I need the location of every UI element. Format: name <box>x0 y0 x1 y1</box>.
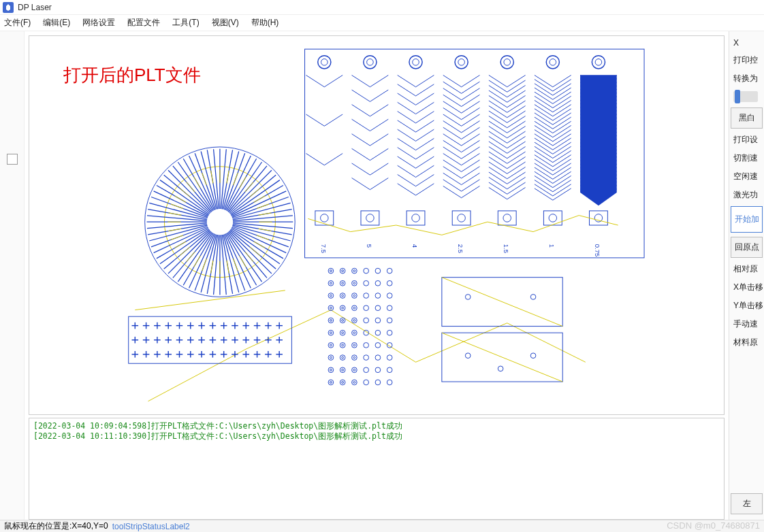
svg-line-79 <box>202 173 207 185</box>
svg-text:1.5: 1.5 <box>503 244 510 253</box>
log-panel[interactable]: [2022-03-04 10:09:04:598]打开PLT格式文件:C:\Us… <box>29 418 725 520</box>
svg-point-261 <box>340 305 345 311</box>
svg-point-266 <box>375 305 381 311</box>
svg-point-320 <box>375 380 381 385</box>
svg-line-28 <box>227 261 229 273</box>
convert-slider[interactable] <box>733 91 758 102</box>
svg-rect-138 <box>543 211 562 225</box>
svg-point-330 <box>498 366 503 371</box>
idle-speed-label: 空闲速 <box>731 169 763 184</box>
svg-point-121 <box>409 56 422 69</box>
svg-point-305 <box>330 369 332 371</box>
svg-line-46 <box>180 247 190 255</box>
tool-rect-icon[interactable] <box>7 154 18 165</box>
svg-point-282 <box>353 332 355 334</box>
svg-line-325 <box>442 333 562 382</box>
svg-point-321 <box>387 380 392 385</box>
center-column: 打开后的PLT文件 7.5542.51.510.75 <box>25 31 729 520</box>
svg-point-295 <box>328 355 334 361</box>
svg-line-52 <box>171 235 183 240</box>
svg-line-82 <box>211 171 213 184</box>
svg-rect-133 <box>498 211 516 225</box>
print-settings-label: 打印设 <box>731 133 763 147</box>
svg-point-256 <box>364 293 369 299</box>
menu-tools[interactable]: 工具(T) <box>172 17 199 29</box>
svg-text:7.5: 7.5 <box>320 244 328 253</box>
svg-point-318 <box>353 382 355 384</box>
svg-text:0.75: 0.75 <box>594 244 601 257</box>
svg-line-109 <box>259 213 272 215</box>
convert-to-label: 转换为 <box>731 71 763 86</box>
svg-point-263 <box>352 305 357 311</box>
svg-point-142 <box>595 59 602 66</box>
svg-point-111 <box>318 56 331 69</box>
main-area: 打开后的PLT文件 7.5542.51.510.75 <box>0 31 764 520</box>
annotation-label: 打开后的PLT文件 <box>63 63 201 87</box>
left-button[interactable]: 左 <box>731 493 763 514</box>
mouse-position-label: 鼠标现在的位置是:X=40,Y=0 <box>4 520 108 532</box>
svg-point-300 <box>353 356 355 359</box>
svg-point-244 <box>342 282 344 284</box>
app-title: DP Laser <box>18 3 52 12</box>
svg-rect-118 <box>361 211 379 225</box>
bw-button[interactable]: 黑白 <box>731 107 763 129</box>
svg-line-106 <box>257 204 269 209</box>
return-origin-button[interactable]: 回原点 <box>731 237 763 258</box>
svg-point-260 <box>330 307 332 309</box>
svg-point-291 <box>353 344 355 346</box>
svg-line-73 <box>187 182 195 192</box>
svg-line-324 <box>442 278 562 327</box>
svg-line-10 <box>257 235 269 240</box>
svg-point-137 <box>550 59 556 66</box>
svg-point-249 <box>387 280 392 286</box>
svg-point-246 <box>353 282 355 284</box>
svg-point-264 <box>353 307 355 309</box>
svg-point-310 <box>364 367 369 373</box>
svg-point-296 <box>330 356 332 359</box>
left-toolbar <box>0 31 25 520</box>
x-label: X <box>731 37 763 49</box>
menu-file[interactable]: 文件(F) <box>4 17 31 29</box>
svg-line-88 <box>227 171 229 184</box>
svg-point-139 <box>549 214 557 222</box>
menu-view[interactable]: 视图(V) <box>212 17 239 29</box>
svg-point-262 <box>342 307 344 309</box>
svg-point-280 <box>342 332 344 334</box>
svg-line-97 <box>245 182 253 192</box>
svg-point-288 <box>340 343 345 348</box>
svg-point-274 <box>364 318 369 323</box>
log-line: [2022-03-04 10:11:10:390]打开PLT格式文件:C:\Us… <box>33 431 720 442</box>
svg-point-237 <box>353 270 355 272</box>
print-control-label: 打印控 <box>731 53 763 67</box>
menu-help[interactable]: 帮助(H) <box>251 17 279 29</box>
svg-point-317 <box>352 380 357 385</box>
svg-point-136 <box>546 56 559 69</box>
menu-config[interactable]: 配置文件 <box>127 17 160 29</box>
svg-line-44 <box>168 231 210 273</box>
cut-speed-label: 切割速 <box>731 151 763 165</box>
svg-point-315 <box>340 380 345 385</box>
svg-point-301 <box>364 355 369 361</box>
svg-line-25 <box>234 259 238 271</box>
menu-edit[interactable]: 编辑(E) <box>43 17 70 29</box>
svg-marker-143 <box>580 76 617 206</box>
svg-point-240 <box>387 268 392 273</box>
relative-origin-label: 相对原 <box>731 262 763 276</box>
svg-point-234 <box>340 268 345 273</box>
svg-point-250 <box>328 293 334 299</box>
svg-line-19 <box>245 252 253 262</box>
svg-line-7 <box>259 229 272 231</box>
x-click-move-label: X单击移 <box>731 280 763 295</box>
start-processing-button[interactable]: 开始加 <box>731 206 763 233</box>
svg-point-251 <box>330 295 332 297</box>
svg-point-243 <box>340 280 345 286</box>
menu-network[interactable]: 网络设置 <box>82 17 115 29</box>
drawing-canvas[interactable]: 打开后的PLT文件 7.5542.51.510.75 <box>29 35 725 415</box>
svg-point-286 <box>328 343 334 348</box>
material-origin-label: 材料原 <box>731 335 763 350</box>
svg-point-327 <box>530 295 536 300</box>
log-line: [2022-03-04 10:09:04:598]打开PLT格式文件:C:\Us… <box>33 421 720 431</box>
svg-rect-123 <box>407 211 425 225</box>
svg-text:4: 4 <box>411 244 419 248</box>
svg-point-302 <box>375 355 381 361</box>
